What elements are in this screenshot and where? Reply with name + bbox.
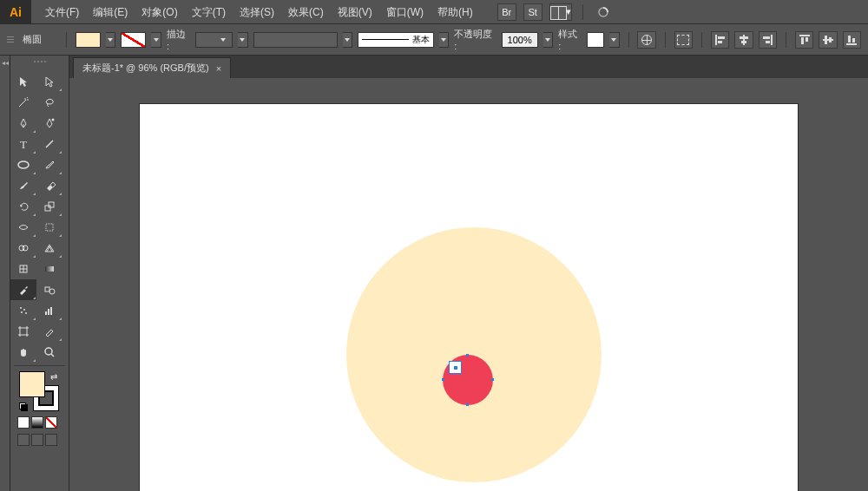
color-mode-solid[interactable] (17, 416, 30, 429)
options-bar: 椭圆 描边 : 基本 不透明度 : 样式 : (0, 24, 868, 56)
toolbox-grip[interactable] (10, 61, 69, 68)
svg-point-13 (49, 289, 55, 294)
separator (628, 32, 629, 48)
variable-width-profile[interactable] (253, 32, 338, 48)
svg-rect-12 (45, 287, 49, 291)
mesh-tool[interactable] (10, 259, 36, 279)
opacity-dropdown[interactable] (543, 32, 554, 48)
svg-rect-7 (46, 224, 53, 231)
fill-swatch[interactable] (76, 32, 101, 48)
scale-tool[interactable] (36, 196, 62, 217)
shape-red-circle[interactable] (443, 355, 493, 405)
separator (701, 32, 702, 48)
anchor-point[interactable] (491, 378, 494, 381)
pen-tool[interactable] (10, 113, 36, 134)
free-transform-tool[interactable] (36, 217, 62, 238)
menu-effect[interactable]: 效果(C) (281, 0, 331, 24)
gradient-tool[interactable] (36, 259, 62, 279)
svg-rect-5 (45, 206, 50, 211)
menu-select[interactable]: 选择(S) (233, 0, 281, 24)
rotate-tool[interactable] (10, 196, 36, 217)
zoom-tool[interactable] (36, 342, 62, 363)
shape-builder-tool[interactable] (10, 238, 36, 259)
anchor-point[interactable] (466, 403, 469, 406)
align-center-v-icon[interactable] (819, 31, 837, 49)
menu-type[interactable]: 文字(T) (185, 0, 233, 24)
eraser-tool[interactable] (36, 175, 62, 196)
anchor-point[interactable] (442, 378, 444, 381)
svg-point-22 (45, 348, 52, 355)
align-right-icon[interactable] (759, 31, 777, 49)
draw-inside-icon[interactable] (45, 434, 57, 446)
blend-tool[interactable] (36, 279, 62, 300)
magic-wand-tool[interactable] (10, 92, 36, 113)
fill-dropdown[interactable] (106, 32, 116, 48)
svg-text:T: T (20, 138, 27, 150)
opacity-input[interactable] (502, 32, 538, 48)
menu-file[interactable]: 文件(F) (38, 0, 86, 24)
stroke-weight-field[interactable] (195, 32, 233, 48)
menu-object[interactable]: 对象(O) (135, 0, 184, 24)
panel-grip[interactable] (7, 24, 14, 56)
curvature-tool[interactable] (36, 113, 62, 134)
brush-dropdown[interactable] (439, 32, 450, 48)
shaper-tool[interactable] (10, 175, 36, 196)
swap-fill-stroke-icon[interactable]: ⇄ (49, 371, 59, 382)
collapsed-panel-strip[interactable]: ◂◂ (0, 56, 10, 491)
menu-edit[interactable]: 编辑(E) (86, 0, 135, 24)
menu-bar: Ai 文件(F) 编辑(E) 对象(O) 文字(T) 选择(S) 效果(C) 视… (0, 0, 868, 24)
type-tool[interactable]: T (10, 134, 36, 154)
color-mode-none[interactable] (45, 416, 57, 429)
stroke-swatch[interactable] (121, 32, 146, 48)
eyedropper-tool[interactable] (10, 279, 36, 300)
main-area: ◂◂ T (0, 56, 868, 491)
lasso-tool[interactable] (36, 92, 62, 113)
canvas-viewport[interactable] (69, 78, 868, 491)
default-fill-stroke-icon[interactable] (19, 403, 28, 411)
symbol-sprayer-tool[interactable] (10, 300, 36, 321)
document-tab[interactable]: 未标题-1* @ 96% (RGB/预览) × (73, 57, 231, 78)
vwp-dropdown[interactable] (343, 32, 353, 48)
separator (66, 32, 67, 48)
align-center-h-icon[interactable] (734, 31, 753, 49)
selection-tool[interactable] (10, 71, 36, 92)
perspective-grid-tool[interactable] (36, 238, 62, 259)
draw-behind-icon[interactable] (31, 434, 43, 446)
menu-window[interactable]: 窗口(W) (379, 0, 431, 24)
artboard[interactable] (140, 104, 798, 491)
recolor-artwork-icon[interactable] (637, 31, 655, 49)
svg-point-14 (20, 307, 22, 309)
direct-selection-tool[interactable] (36, 71, 62, 92)
ellipse-tool[interactable] (10, 154, 36, 175)
graphic-style-swatch[interactable] (587, 32, 603, 48)
stock-button[interactable]: St (523, 3, 542, 21)
column-graph-tool[interactable] (36, 300, 62, 321)
fill-stroke-control[interactable]: ⇄ (19, 371, 59, 411)
transform-icon[interactable] (674, 31, 693, 49)
svg-rect-20 (50, 307, 52, 315)
hand-tool[interactable] (10, 342, 36, 363)
draw-normal-icon[interactable] (17, 434, 30, 446)
anchor-point[interactable] (466, 354, 469, 357)
align-left-icon[interactable] (711, 31, 729, 49)
arrange-documents-button[interactable]: ▾ (549, 3, 572, 21)
style-dropdown[interactable] (609, 32, 620, 48)
menu-view[interactable]: 视图(V) (331, 0, 379, 24)
paintbrush-tool[interactable] (36, 154, 62, 175)
close-tab-icon[interactable]: × (216, 63, 221, 74)
fill-color-box[interactable] (19, 371, 45, 397)
bridge-button[interactable]: Br (497, 3, 516, 21)
brush-definition[interactable]: 基本 (358, 32, 433, 48)
align-top-icon[interactable] (795, 31, 813, 49)
slice-tool[interactable] (36, 321, 62, 342)
line-segment-tool[interactable] (36, 134, 62, 154)
selection-marker[interactable] (449, 361, 462, 374)
gpu-preview-icon[interactable] (594, 3, 613, 21)
stroke-dropdown[interactable] (151, 32, 161, 48)
align-bottom-icon[interactable] (843, 31, 861, 49)
width-tool[interactable] (10, 217, 36, 238)
color-mode-gradient[interactable] (31, 416, 43, 429)
stroke-weight-stepper[interactable] (238, 32, 248, 48)
menu-help[interactable]: 帮助(H) (431, 0, 480, 24)
artboard-tool[interactable] (10, 321, 36, 342)
